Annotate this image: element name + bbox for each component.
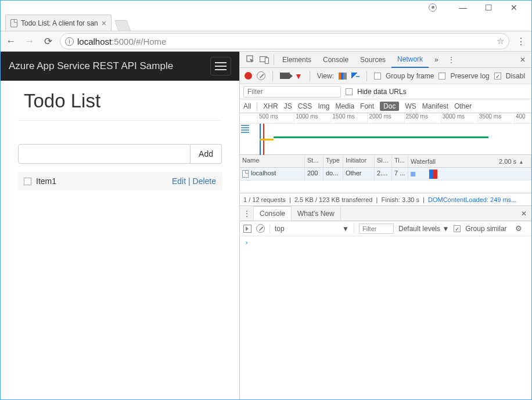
context-selector[interactable]: top▼	[275, 225, 349, 233]
type-xhr[interactable]: XHR	[263, 102, 278, 110]
drawer-tab-whatsnew[interactable]: What's New	[292, 206, 341, 221]
browser-menu-button[interactable]: ⋮	[514, 34, 528, 48]
divider	[310, 71, 310, 81]
levels-dropdown[interactable]: Default levels ▼	[398, 225, 449, 233]
tab-elements[interactable]: Elements	[276, 52, 317, 68]
forward-button[interactable]: →	[23, 34, 37, 48]
table-blank	[240, 181, 531, 193]
tab-more-icon[interactable]: »	[429, 52, 444, 68]
device-toolbar-icon[interactable]	[257, 53, 271, 67]
type-img[interactable]: Img	[318, 102, 329, 110]
reload-button[interactable]: ⟳	[41, 34, 55, 48]
col-time[interactable]: Ti...	[392, 155, 408, 167]
filter-row: Hide data URLs	[240, 84, 531, 99]
window-titlebar: — ☐ ✕	[1, 1, 531, 15]
col-size[interactable]: Size	[375, 155, 392, 167]
profile-icon[interactable]	[420, 2, 445, 13]
devtools: Elements Console Sources Network » ⋮ ✕ ▼…	[240, 52, 531, 399]
add-button[interactable]: Add	[190, 144, 222, 164]
type-ws[interactable]: WS	[405, 102, 416, 110]
disable-cache-label: Disabl	[506, 72, 525, 80]
divider	[272, 71, 273, 81]
hamburger-button[interactable]	[210, 57, 231, 75]
type-media[interactable]: Media	[335, 102, 354, 110]
maximize-button[interactable]: ☐	[476, 2, 501, 13]
new-tab-button[interactable]	[114, 20, 131, 31]
filter-icon[interactable]: ▼	[294, 71, 303, 81]
sidebar-toggle-icon[interactable]	[243, 225, 251, 233]
back-button[interactable]: ←	[4, 34, 18, 48]
clear-console-icon[interactable]	[256, 224, 265, 233]
site-info-icon[interactable]: i	[65, 37, 74, 46]
tab-strip: Todo List: A client for san ×	[1, 15, 531, 31]
network-status-bar: 1 / 12 requests | 2.5 KB / 123 KB transf…	[240, 193, 531, 206]
tab-sources[interactable]: Sources	[354, 52, 391, 68]
console-filter-input[interactable]	[359, 224, 394, 234]
network-row[interactable]: localhost 200 do... Other 2.... 7 ...	[240, 168, 531, 181]
col-name[interactable]: Name	[240, 155, 305, 167]
disable-cache-checkbox[interactable]	[494, 73, 501, 80]
divider	[257, 102, 257, 110]
console-toolbar: top▼ Default levels ▼ Group similar ⚙	[240, 221, 531, 236]
type-manifest[interactable]: Manifest	[422, 102, 448, 110]
view-label: View:	[317, 72, 334, 80]
add-todo-row: Add	[18, 144, 222, 164]
timeline-ruler: 500 ms 1000 ms 1500 ms 2000 ms 2500 ms 3…	[240, 113, 531, 124]
delete-link[interactable]: Delete	[193, 176, 216, 186]
group-by-frame-label: Group by frame	[386, 72, 434, 80]
page-title: Todo List	[24, 90, 216, 112]
tab-console[interactable]: Console	[317, 52, 354, 68]
network-filter-input[interactable]	[243, 86, 341, 98]
devtools-menu-icon[interactable]: ⋮	[444, 56, 458, 64]
svg-rect-2	[265, 57, 269, 63]
overview-icon[interactable]	[351, 73, 360, 80]
col-status[interactable]: St...	[305, 155, 323, 167]
browser-tab[interactable]: Todo List: A client for san ×	[5, 15, 112, 31]
type-all[interactable]: All	[243, 102, 251, 110]
col-type[interactable]: Type	[323, 155, 343, 167]
type-other[interactable]: Other	[454, 102, 472, 110]
screenshots-icon[interactable]	[280, 73, 290, 79]
timeline-overview[interactable]	[240, 124, 531, 155]
divider	[366, 71, 367, 81]
tab-network[interactable]: Network	[391, 52, 429, 68]
console-body[interactable]: ›	[240, 236, 531, 399]
preserve-log-checkbox[interactable]	[438, 73, 445, 80]
group-similar-checkbox[interactable]	[454, 225, 461, 232]
tab-title: Todo List: A client for san	[21, 19, 98, 27]
type-font[interactable]: Font	[360, 102, 374, 110]
inspect-icon[interactable]	[243, 53, 257, 67]
group-by-frame-checkbox[interactable]	[374, 73, 381, 80]
drawer-tab-console[interactable]: Console	[254, 206, 292, 221]
todo-checkbox[interactable]	[24, 178, 31, 185]
new-todo-input[interactable]	[18, 144, 190, 164]
network-toolbar: ▼ View: Group by frame Preserve log Disa…	[240, 68, 531, 84]
type-doc[interactable]: Doc	[380, 102, 399, 111]
type-css[interactable]: CSS	[298, 102, 312, 110]
col-waterfall[interactable]: Waterfall 2.00 s▲	[408, 155, 531, 167]
console-settings-icon[interactable]: ⚙	[515, 224, 522, 233]
address-bar: ← → ⟳ i localhost:5000/#/Home ☆ ⋮	[1, 31, 531, 52]
divider	[354, 224, 354, 233]
preserve-log-label: Preserve log	[450, 72, 489, 80]
clear-button[interactable]	[257, 71, 265, 80]
edit-link[interactable]: Edit	[172, 176, 186, 186]
url-field[interactable]: i localhost:5000/#/Home ☆	[60, 33, 509, 49]
close-tab-icon[interactable]: ×	[102, 19, 106, 28]
waterfall-cell	[408, 168, 531, 180]
record-button[interactable]	[245, 72, 252, 80]
minimize-button[interactable]: —	[450, 2, 476, 13]
file-icon	[10, 19, 17, 27]
bookmark-icon[interactable]: ☆	[497, 36, 504, 46]
close-window-button[interactable]: ✕	[501, 2, 527, 13]
drawer-menu-icon[interactable]: ⋮	[240, 206, 254, 221]
resource-type-row: All XHR JS CSS Img Media Font Doc WS Man…	[240, 99, 531, 113]
divider	[18, 120, 222, 121]
frames-bars	[241, 125, 249, 133]
type-js[interactable]: JS	[284, 102, 292, 110]
hide-data-urls-checkbox[interactable]	[346, 88, 353, 95]
col-initiator[interactable]: Initiator	[343, 155, 375, 167]
drawer-close-icon[interactable]: ✕	[516, 206, 531, 221]
large-rows-icon[interactable]	[339, 73, 347, 80]
devtools-close-icon[interactable]: ✕	[517, 56, 528, 64]
